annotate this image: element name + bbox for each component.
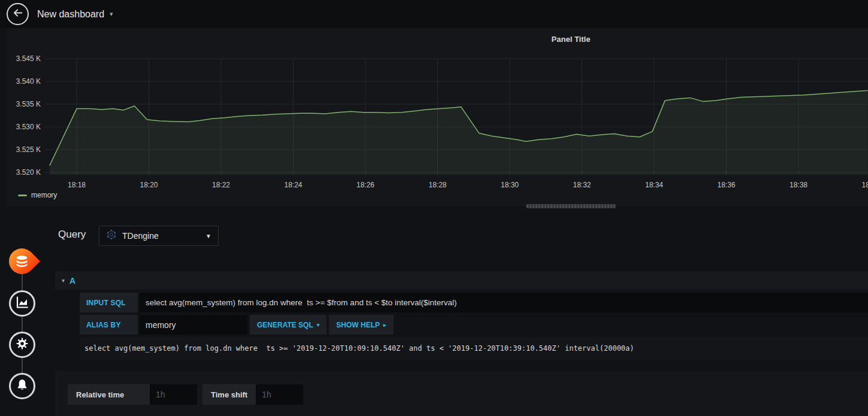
- input-sql-row: INPUT SQL: [80, 293, 868, 312]
- x-tick-label: 18:24: [284, 181, 302, 189]
- gear-icon: [15, 336, 29, 353]
- legend-color-swatch: [18, 195, 27, 196]
- datasource-name: TDengine: [122, 231, 159, 241]
- relative-time-input[interactable]: [150, 384, 197, 405]
- x-tick-label: 18:40: [861, 181, 868, 189]
- dashboard-title-menu[interactable]: New dashboard ▾: [37, 0, 113, 28]
- chevron-down-icon: ▼: [205, 233, 211, 239]
- show-help-label: SHOW HELP: [336, 321, 380, 329]
- x-tick-label: 18:34: [645, 181, 663, 189]
- x-tick-label: 18:32: [573, 181, 591, 189]
- database-icon: [14, 254, 30, 269]
- time-shift-input[interactable]: [256, 384, 303, 405]
- chevron-down-icon: ▾: [110, 11, 113, 17]
- time-options-card: Relative time Time shift: [55, 371, 868, 416]
- y-tick-label: 3.535 K: [16, 100, 41, 108]
- chart-icon: [15, 295, 29, 312]
- x-tick-label: 18:28: [428, 181, 446, 189]
- tab-queries[interactable]: [4, 243, 40, 280]
- relative-time-label: Relative time: [68, 384, 150, 405]
- x-tick-label: 18:18: [68, 181, 86, 189]
- generated-sql-preview: select avg(mem_system) from log.dn where…: [80, 337, 868, 360]
- series-area: [50, 90, 868, 175]
- y-tick-label: 3.540 K: [16, 77, 41, 86]
- alias-by-label: ALIAS BY: [80, 315, 138, 335]
- chevron-down-icon: ▾: [317, 322, 320, 328]
- x-tick-label: 18:26: [356, 181, 374, 189]
- chevron-right-icon: ▸: [383, 322, 386, 328]
- panel-resize-handle[interactable]: [526, 204, 616, 208]
- collapse-caret-icon: ▾: [62, 277, 65, 284]
- tab-alert[interactable]: [9, 373, 35, 399]
- x-tick-label: 18:22: [212, 181, 230, 189]
- y-tick-label: 3.525 K: [16, 145, 41, 154]
- x-tick-label: 18:30: [501, 181, 519, 189]
- tab-connector-line: [22, 263, 23, 388]
- query-ref-row[interactable]: ▾ A: [55, 271, 868, 290]
- generate-sql-button[interactable]: GENERATE SQL ▾: [250, 315, 326, 335]
- legend-series-label[interactable]: memory: [31, 191, 57, 199]
- back-button[interactable]: [7, 3, 29, 25]
- x-tick-label: 18:20: [140, 181, 158, 189]
- input-sql-label: INPUT SQL: [80, 293, 138, 312]
- dashboard-title: New dashboard: [37, 9, 104, 20]
- x-tick-label: 18:38: [790, 181, 807, 189]
- grafana-panel-edit-page: New dashboard ▾ Panel Title 3.520 K3.525…: [0, 0, 868, 416]
- chart-legend: memory: [18, 191, 57, 199]
- datasource-picker[interactable]: TDengine ▼: [99, 226, 219, 246]
- input-sql-field[interactable]: [140, 293, 868, 312]
- tab-visualization[interactable]: [9, 290, 35, 317]
- show-help-button[interactable]: SHOW HELP ▸: [329, 315, 393, 335]
- alias-by-field[interactable]: [140, 315, 247, 335]
- query-ref-letter: A: [69, 276, 75, 286]
- generate-sql-label: GENERATE SQL: [257, 321, 313, 329]
- tab-general[interactable]: [9, 332, 35, 358]
- top-navbar: New dashboard ▾: [0, 0, 868, 28]
- x-tick-label: 18:36: [717, 181, 735, 189]
- y-tick-label: 3.545 K: [16, 54, 41, 63]
- panel-preview: Panel Title 3.520 K3.525 K3.530 K3.535 K…: [6, 28, 868, 207]
- bell-icon: [15, 378, 29, 394]
- time-options-row: Relative time Time shift: [68, 384, 303, 405]
- alias-by-row: ALIAS BY GENERATE SQL ▾ SHOW HELP ▸: [80, 315, 394, 335]
- arrow-left-icon: [12, 7, 23, 21]
- y-tick-label: 3.530 K: [16, 123, 41, 131]
- y-tick-label: 3.520 K: [16, 168, 41, 177]
- query-section-title: Query: [58, 229, 86, 241]
- tdengine-logo-icon: [106, 229, 117, 242]
- time-shift-label: Time shift: [202, 384, 256, 405]
- time-series-chart[interactable]: 3.520 K3.525 K3.530 K3.535 K3.540 K3.545…: [6, 28, 868, 207]
